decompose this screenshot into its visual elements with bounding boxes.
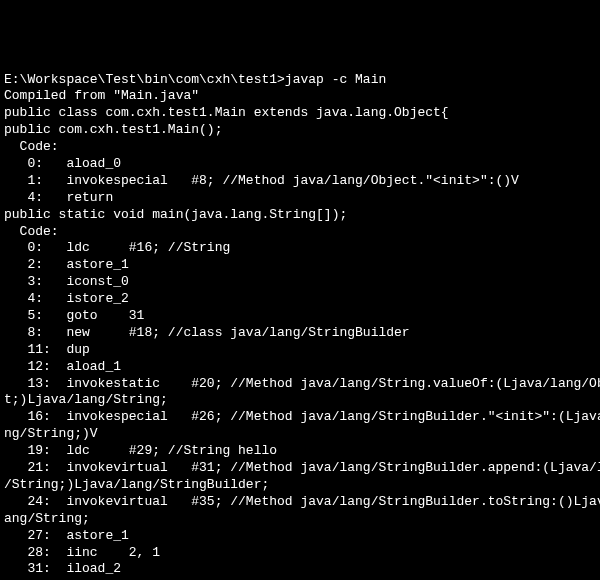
output-line: t;)Ljava/lang/String;: [4, 392, 596, 409]
output-line: public class com.cxh.test1.Main extends …: [4, 105, 596, 122]
output-line: 5: goto 31: [4, 308, 596, 325]
output-line: 24: invokevirtual #35; //Method java/lan…: [4, 494, 596, 511]
output-line: 2: astore_1: [4, 257, 596, 274]
output-line: 0: ldc #16; //String: [4, 240, 596, 257]
output-line: Code:: [4, 224, 596, 241]
output-line: 28: iinc 2, 1: [4, 545, 596, 562]
output-line: ang/String;: [4, 511, 596, 528]
output-line: 31: iload_2: [4, 561, 596, 578]
output-line: 21: invokevirtual #31; //Method java/lan…: [4, 460, 596, 477]
output-line: 16: invokespecial #26; //Method java/lan…: [4, 409, 596, 426]
output-line: Code:: [4, 139, 596, 156]
output-line: public com.cxh.test1.Main();: [4, 122, 596, 139]
output-line: 11: dup: [4, 342, 596, 359]
output-line: Compiled from "Main.java": [4, 88, 596, 105]
output-block: Compiled from "Main.java"public class co…: [4, 88, 596, 580]
output-line: public static void main(java.lang.String…: [4, 207, 596, 224]
output-line: 13: invokestatic #20; //Method java/lang…: [4, 376, 596, 393]
output-line: 1: invokespecial #8; //Method java/lang/…: [4, 173, 596, 190]
output-line: 0: aload_0: [4, 156, 596, 173]
output-line: 12: aload_1: [4, 359, 596, 376]
output-line: 4: istore_2: [4, 291, 596, 308]
prompt-line: E:\Workspace\Test\bin\com\cxh\test1>java…: [4, 72, 596, 89]
terminal-output[interactable]: E:\Workspace\Test\bin\com\cxh\test1>java…: [4, 72, 596, 580]
output-line: 4: return: [4, 190, 596, 207]
output-line: 8: new #18; //class java/lang/StringBuil…: [4, 325, 596, 342]
output-line: 19: ldc #29; //String hello: [4, 443, 596, 460]
output-line: 27: astore_1: [4, 528, 596, 545]
output-line: 3: iconst_0: [4, 274, 596, 291]
output-line: ng/String;)V: [4, 426, 596, 443]
output-line: /String;)Ljava/lang/StringBuilder;: [4, 477, 596, 494]
